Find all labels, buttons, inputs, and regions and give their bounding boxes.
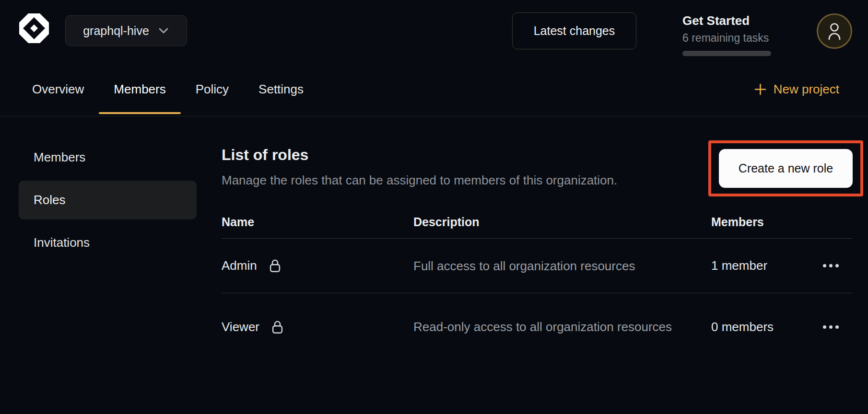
lock-icon [271,320,284,334]
tab-settings[interactable]: Settings [244,62,318,116]
row-actions-menu-button[interactable] [822,322,840,332]
page-title: List of roles [222,146,308,164]
page-subtitle: Manage the roles that can be assigned to… [222,173,617,188]
role-member-count: 1 member [711,258,767,273]
plus-icon [754,83,767,96]
roles-table: Name Description Members Admin Full acce… [222,206,853,360]
chevron-down-icon [158,27,169,34]
table-row-viewer: Viewer Read-only access to all organizat… [222,293,853,360]
latest-changes-button[interactable]: Latest changes [512,12,636,49]
tab-policy[interactable]: Policy [181,62,244,116]
tab-overview[interactable]: Overview [17,62,99,116]
new-project-label: New project [774,82,839,97]
get-started-title: Get Started [682,13,771,28]
column-header-name: Name [222,215,413,229]
sidebar-item-invitations[interactable]: Invitations [19,223,197,262]
members-section-sidebar: Members Roles Invitations [19,138,197,266]
sidebar-item-roles[interactable]: Roles [19,181,197,219]
hive-logo-icon [17,12,51,45]
app-window: graphql-hive Latest changes Get Started … [0,0,868,414]
new-project-button[interactable]: New project [754,62,839,116]
annotation-highlight: Create a new role [708,140,863,196]
get-started-progress-bar [682,51,771,56]
role-description: Read-only access to all organization res… [413,318,711,336]
lock-icon [269,258,282,273]
role-name: Viewer [222,320,259,334]
row-actions-menu-button[interactable] [822,261,840,270]
user-avatar[interactable] [817,13,852,49]
org-tab-bar: Overview Members Policy Settings New pro… [0,62,868,116]
role-member-count: 0 members [711,320,774,334]
table-header-row: Name Description Members [222,206,853,239]
organization-name: graphql-hive [83,24,149,38]
role-name: Admin [222,258,257,273]
tab-members[interactable]: Members [99,62,180,116]
get-started-remaining-tasks: 6 remaining tasks [682,32,771,45]
create-new-role-button[interactable]: Create a new role [719,149,853,188]
sidebar-item-members[interactable]: Members [19,138,197,177]
get-started-widget[interactable]: Get Started 6 remaining tasks [682,13,771,56]
person-icon [826,22,843,40]
table-row-admin: Admin Full access to all organization re… [222,239,853,293]
role-description: Full access to all organization resource… [413,257,711,275]
column-header-description: Description [413,215,711,229]
organization-selector[interactable]: graphql-hive [65,15,187,46]
column-header-members: Members [711,215,853,229]
